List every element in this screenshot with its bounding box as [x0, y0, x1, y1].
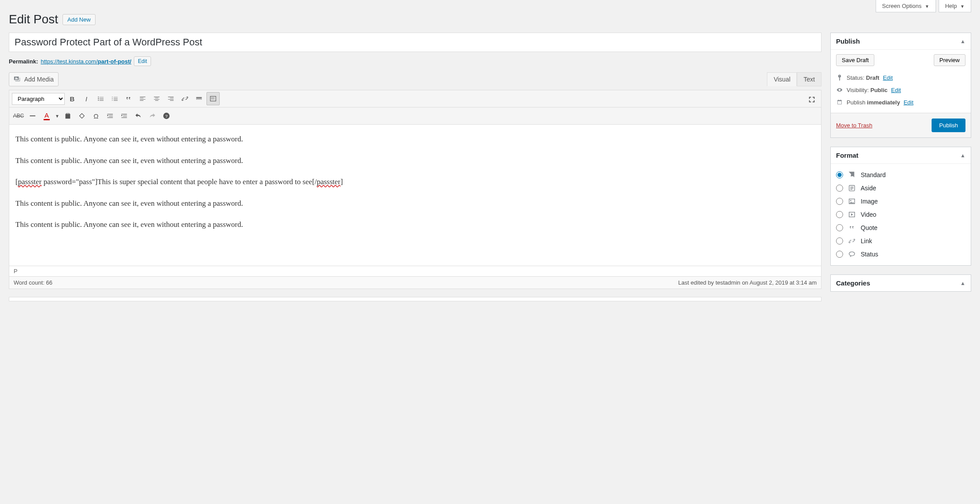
- key-icon: [836, 74, 843, 81]
- format-label: Image: [861, 198, 878, 205]
- bold-button[interactable]: B: [66, 92, 79, 105]
- number-list-button[interactable]: [108, 92, 121, 105]
- permalink-label: Permalink:: [9, 58, 38, 65]
- content-paragraph: This content is public. Anyone can see i…: [15, 154, 815, 168]
- categories-title: Categories: [836, 279, 870, 287]
- tab-visual[interactable]: Visual: [767, 72, 797, 86]
- fullscreen-button[interactable]: [805, 93, 818, 106]
- align-right-button[interactable]: [164, 92, 177, 105]
- calendar-icon: [836, 99, 843, 106]
- edit-status-link[interactable]: Edit: [883, 74, 892, 81]
- editor-path: P: [9, 266, 821, 276]
- special-char-button[interactable]: Ω: [89, 109, 103, 122]
- italic-button[interactable]: I: [80, 92, 93, 105]
- format-label: Aside: [861, 185, 876, 192]
- format-option-status[interactable]: Status: [836, 248, 965, 261]
- publish-title: Publish: [836, 37, 860, 45]
- format-box: Format ▲ StandardAsideImageVideoQuoteLin…: [830, 147, 971, 266]
- chevron-up-icon[interactable]: ▲: [960, 38, 965, 44]
- align-center-button[interactable]: [150, 92, 163, 105]
- more-button[interactable]: [192, 92, 206, 105]
- add-media-button[interactable]: Add Media: [9, 72, 59, 86]
- text-color-button[interactable]: A: [40, 109, 53, 122]
- save-draft-button[interactable]: Save Draft: [836, 54, 874, 66]
- redo-button[interactable]: [146, 109, 159, 122]
- clear-format-button[interactable]: [75, 109, 88, 122]
- add-new-button[interactable]: Add New: [63, 14, 96, 25]
- outdent-button[interactable]: [103, 109, 117, 122]
- blockquote-button[interactable]: [122, 92, 135, 105]
- chevron-down-icon: ▼: [960, 4, 965, 9]
- svg-point-8: [849, 252, 855, 256]
- format-label: Status: [861, 251, 878, 258]
- format-standard-icon: [847, 170, 856, 179]
- format-link-icon: [847, 237, 856, 245]
- toolbar-row-2: ABC A ▼ Ω ?: [9, 107, 821, 125]
- text-color-dropdown[interactable]: ▼: [54, 109, 60, 122]
- format-radio[interactable]: [836, 237, 843, 245]
- format-radio[interactable]: [836, 224, 843, 231]
- chevron-up-icon[interactable]: ▲: [960, 280, 965, 286]
- format-label: Quote: [861, 224, 877, 231]
- tab-text[interactable]: Text: [797, 72, 822, 86]
- format-image-icon: [847, 197, 856, 206]
- content-paragraph: This content is public. Anyone can see i…: [15, 197, 815, 211]
- align-left-button[interactable]: [136, 92, 149, 105]
- categories-box: Categories ▲: [830, 274, 971, 292]
- format-option-quote[interactable]: Quote: [836, 221, 965, 234]
- format-option-image[interactable]: Image: [836, 195, 965, 208]
- link-button[interactable]: [178, 92, 192, 105]
- extra-meta-box: [9, 297, 822, 301]
- svg-point-6: [850, 200, 851, 201]
- undo-button[interactable]: [132, 109, 145, 122]
- content-paragraph: This content is public. Anyone can see i…: [15, 133, 815, 146]
- content-editor[interactable]: This content is public. Anyone can see i…: [9, 125, 821, 266]
- format-label: Standard: [861, 171, 886, 178]
- format-label: Link: [861, 237, 872, 245]
- format-radio[interactable]: [836, 185, 843, 192]
- format-status-icon: [847, 250, 856, 259]
- format-radio[interactable]: [836, 198, 843, 205]
- strikethrough-button[interactable]: ABC: [12, 109, 25, 122]
- format-option-link[interactable]: Link: [836, 234, 965, 248]
- page-title: Edit Post: [9, 12, 58, 26]
- help-button[interactable]: ?: [160, 109, 173, 122]
- format-title: Format: [836, 152, 858, 159]
- publish-box: Publish ▲ Save Draft Preview Status: Dra…: [830, 33, 971, 138]
- format-option-video[interactable]: Video: [836, 208, 965, 221]
- help-tab[interactable]: Help ▼: [939, 0, 971, 12]
- publish-button[interactable]: Publish: [932, 119, 965, 132]
- screen-options-label: Screen Options: [882, 3, 922, 9]
- edit-permalink-button[interactable]: Edit: [134, 56, 151, 66]
- format-aside-icon: [847, 184, 856, 193]
- media-icon: [14, 75, 22, 83]
- content-paragraph: This content is public. Anyone can see i…: [15, 218, 815, 232]
- hr-button[interactable]: [26, 109, 39, 122]
- screen-options-tab[interactable]: Screen Options ▼: [876, 0, 936, 12]
- permalink-row: Permalink: https://test.kinsta.com/part-…: [9, 56, 822, 66]
- edit-publish-link[interactable]: Edit: [903, 99, 913, 106]
- chevron-up-icon[interactable]: ▲: [960, 152, 965, 159]
- content-paragraph: [passster password="pass"]This is super …: [15, 175, 815, 189]
- toolbar-toggle-button[interactable]: [206, 92, 220, 105]
- format-video-icon: [847, 210, 856, 219]
- format-radio[interactable]: [836, 211, 843, 218]
- svg-text:?: ?: [165, 114, 168, 119]
- post-title-input[interactable]: [9, 33, 822, 52]
- indent-button[interactable]: [118, 109, 131, 122]
- word-count: Word count: 66: [14, 279, 52, 286]
- format-quote-icon: [847, 223, 856, 232]
- preview-button[interactable]: Preview: [934, 54, 965, 66]
- format-radio[interactable]: [836, 251, 843, 258]
- toolbar-row-1: Paragraph B I: [9, 90, 821, 107]
- permalink-link[interactable]: https://test.kinsta.com/part-of-post/: [41, 58, 131, 65]
- chevron-down-icon: ▼: [925, 4, 929, 9]
- bullet-list-button[interactable]: [94, 92, 107, 105]
- paste-button[interactable]: [61, 109, 74, 122]
- format-select[interactable]: Paragraph: [12, 93, 65, 105]
- format-radio[interactable]: [836, 171, 843, 178]
- format-option-standard[interactable]: Standard: [836, 168, 965, 182]
- format-option-aside[interactable]: Aside: [836, 182, 965, 195]
- move-to-trash-link[interactable]: Move to Trash: [836, 122, 872, 129]
- edit-visibility-link[interactable]: Edit: [891, 87, 901, 93]
